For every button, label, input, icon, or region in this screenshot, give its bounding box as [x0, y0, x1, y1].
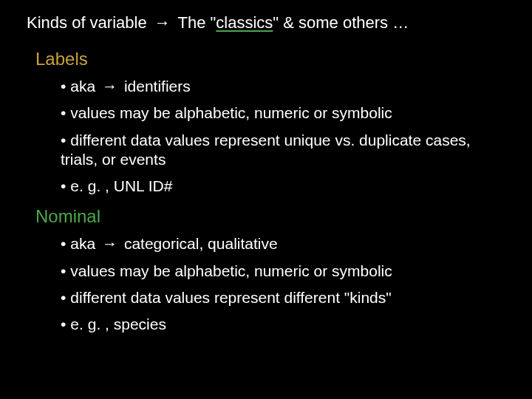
bullet-text-prefix: values may be alphabetic, numeric or sym… [70, 262, 392, 279]
section-heading-labels: Labels [35, 49, 532, 69]
list-item: •different data values represent unique … [61, 131, 488, 170]
title-classics: classics [216, 13, 273, 32]
arrow-icon: → [102, 234, 117, 253]
bullet-icon: • [61, 262, 66, 279]
bullet-icon: • [61, 289, 66, 306]
bullet-text-prefix: different data values represent unique v… [61, 132, 471, 168]
list-item: •e. g. , UNL ID# [61, 177, 488, 196]
slide-title: Kinds of variable → The "classics" & som… [27, 13, 532, 33]
title-mid2: " & some others … [273, 13, 409, 32]
list-item: •different data values represent differe… [61, 288, 488, 307]
title-prefix: Kinds of variable [27, 13, 151, 32]
list-item: •values may be alphabetic, numeric or sy… [61, 262, 488, 281]
bullet-text-prefix: e. g. , species [70, 316, 166, 332]
slide: Kinds of variable → The "classics" & som… [0, 0, 532, 399]
arrow-icon: → [102, 77, 117, 96]
bullet-text-prefix: aka [70, 235, 100, 252]
bullet-text-prefix: values may be alphabetic, numeric or sym… [70, 104, 392, 121]
bullet-icon: • [61, 235, 66, 252]
bullet-text-prefix: e. g. , UNL ID# [70, 177, 172, 194]
title-mid1: The " [174, 13, 216, 32]
list-item: •e. g. , species [61, 315, 488, 334]
bullet-icon: • [61, 78, 66, 95]
bullet-icon: • [61, 316, 66, 332]
bullet-text-rest: identifiers [120, 78, 191, 95]
bullet-icon: • [61, 132, 66, 149]
bullet-text-prefix: different data values represent differen… [70, 289, 391, 306]
bullet-icon: • [61, 177, 66, 194]
list-item: •aka → categorical, qualitative [61, 234, 488, 253]
bullet-text-prefix: aka [70, 78, 100, 95]
list-item: •aka → identifiers [61, 77, 488, 96]
arrow-icon: → [154, 13, 171, 33]
list-item: •values may be alphabetic, numeric or sy… [61, 103, 488, 123]
bullet-icon: • [61, 104, 66, 121]
bullet-text-rest: categorical, qualitative [120, 235, 278, 252]
section-heading-nominal: Nominal [35, 206, 532, 227]
